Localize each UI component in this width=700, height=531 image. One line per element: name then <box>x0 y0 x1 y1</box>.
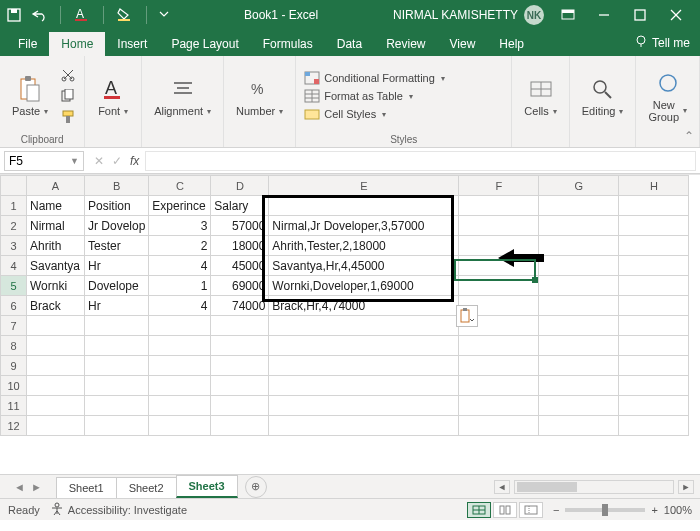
cell-E4[interactable]: Savantya,Hr,4,45000 <box>269 256 459 276</box>
collapse-ribbon-icon[interactable]: ⌃ <box>684 129 694 143</box>
cell-A12[interactable] <box>27 416 85 436</box>
cell-G1[interactable] <box>539 196 619 216</box>
user-account[interactable]: NIRMAL KAMISHETTY NK <box>393 5 544 25</box>
font-button[interactable]: A Font▾ <box>91 73 135 119</box>
minimize-button[interactable] <box>586 0 622 30</box>
cell-G5[interactable] <box>539 276 619 296</box>
cell-A11[interactable] <box>27 396 85 416</box>
row-header-4[interactable]: 4 <box>1 256 27 276</box>
qat-customize-icon[interactable] <box>159 9 169 21</box>
cut-icon[interactable] <box>58 66 78 84</box>
hscroll-left-icon[interactable]: ◄ <box>494 480 510 494</box>
cell-E3[interactable]: Ahrith,Tester,2,18000 <box>269 236 459 256</box>
cells-button[interactable]: Cells▾ <box>518 73 562 119</box>
format-painter-icon[interactable] <box>58 108 78 126</box>
cell-B2[interactable]: Jr Dovelop <box>85 216 149 236</box>
fill-handle[interactable] <box>532 277 538 283</box>
sheet-nav-next-icon[interactable]: ► <box>31 481 42 493</box>
row-header-11[interactable]: 11 <box>1 396 27 416</box>
cell-D4[interactable]: 45000 <box>211 256 269 276</box>
cell-styles-button[interactable]: Cell Styles▾ <box>302 106 447 122</box>
cell-G8[interactable] <box>539 336 619 356</box>
column-header-H[interactable]: H <box>619 176 689 196</box>
cell-H6[interactable] <box>619 296 689 316</box>
cell-D10[interactable] <box>211 376 269 396</box>
paste-options-button[interactable] <box>456 305 478 327</box>
row-header-7[interactable]: 7 <box>1 316 27 336</box>
cell-C3[interactable]: 2 <box>149 236 211 256</box>
save-icon[interactable] <box>6 7 22 23</box>
cell-F1[interactable] <box>459 196 539 216</box>
spreadsheet-grid[interactable]: ABCDEFGH1NamePositionExperinceSalary2Nir… <box>0 174 700 474</box>
cell-E9[interactable] <box>269 356 459 376</box>
cell-E5[interactable]: Wornki,Doveloper,1,69000 <box>269 276 459 296</box>
font-color-icon[interactable]: A <box>73 7 91 23</box>
cell-D11[interactable] <box>211 396 269 416</box>
undo-icon[interactable] <box>30 8 48 22</box>
cell-H11[interactable] <box>619 396 689 416</box>
cell-H10[interactable] <box>619 376 689 396</box>
cell-A6[interactable]: Brack <box>27 296 85 316</box>
cell-B9[interactable] <box>85 356 149 376</box>
cell-C12[interactable] <box>149 416 211 436</box>
cell-F2[interactable] <box>459 216 539 236</box>
zoom-out-button[interactable]: − <box>553 504 559 516</box>
cell-A8[interactable] <box>27 336 85 356</box>
cell-C10[interactable] <box>149 376 211 396</box>
cell-E10[interactable] <box>269 376 459 396</box>
cell-G9[interactable] <box>539 356 619 376</box>
cell-B4[interactable]: Hr <box>85 256 149 276</box>
cell-D9[interactable] <box>211 356 269 376</box>
column-header-E[interactable]: E <box>269 176 459 196</box>
tab-home[interactable]: Home <box>49 32 105 56</box>
cell-A10[interactable] <box>27 376 85 396</box>
cell-D7[interactable] <box>211 316 269 336</box>
cell-C6[interactable]: 4 <box>149 296 211 316</box>
tab-page-layout[interactable]: Page Layout <box>159 32 250 56</box>
accessibility-status[interactable]: Accessibility: Investigate <box>50 502 187 518</box>
cell-F10[interactable] <box>459 376 539 396</box>
row-header-9[interactable]: 9 <box>1 356 27 376</box>
cell-C8[interactable] <box>149 336 211 356</box>
column-header-D[interactable]: D <box>211 176 269 196</box>
cell-C1[interactable]: Experince <box>149 196 211 216</box>
cell-F11[interactable] <box>459 396 539 416</box>
cell-G12[interactable] <box>539 416 619 436</box>
cell-H5[interactable] <box>619 276 689 296</box>
cell-E1[interactable] <box>269 196 459 216</box>
cell-G2[interactable] <box>539 216 619 236</box>
conditional-formatting-button[interactable]: Conditional Formatting▾ <box>302 70 447 86</box>
cell-H12[interactable] <box>619 416 689 436</box>
cell-D1[interactable]: Salary <box>211 196 269 216</box>
cell-C4[interactable]: 4 <box>149 256 211 276</box>
cell-B8[interactable] <box>85 336 149 356</box>
cell-E7[interactable] <box>269 316 459 336</box>
cell-D8[interactable] <box>211 336 269 356</box>
cell-G3[interactable] <box>539 236 619 256</box>
sheet-nav-prev-icon[interactable]: ◄ <box>14 481 25 493</box>
cell-E8[interactable] <box>269 336 459 356</box>
view-normal-icon[interactable] <box>467 502 491 518</box>
row-header-3[interactable]: 3 <box>1 236 27 256</box>
cell-A2[interactable]: Nirmal <box>27 216 85 236</box>
cell-A3[interactable]: Ahrith <box>27 236 85 256</box>
number-button[interactable]: % Number▾ <box>230 73 289 119</box>
cell-A1[interactable]: Name <box>27 196 85 216</box>
new-sheet-button[interactable]: ⊕ <box>245 476 267 498</box>
cell-H9[interactable] <box>619 356 689 376</box>
cancel-formula-icon[interactable]: ✕ <box>94 154 104 168</box>
tab-help[interactable]: Help <box>487 32 536 56</box>
sheet-tab-sheet2[interactable]: Sheet2 <box>116 477 177 498</box>
cell-G10[interactable] <box>539 376 619 396</box>
alignment-button[interactable]: Alignment▾ <box>148 73 217 119</box>
row-header-8[interactable]: 8 <box>1 336 27 356</box>
zoom-slider[interactable] <box>565 508 645 512</box>
select-all-corner[interactable] <box>1 176 27 196</box>
column-header-A[interactable]: A <box>27 176 85 196</box>
row-header-12[interactable]: 12 <box>1 416 27 436</box>
cell-A5[interactable]: Wornki <box>27 276 85 296</box>
cell-H1[interactable] <box>619 196 689 216</box>
tab-file[interactable]: File <box>6 32 49 56</box>
cell-C7[interactable] <box>149 316 211 336</box>
row-header-2[interactable]: 2 <box>1 216 27 236</box>
